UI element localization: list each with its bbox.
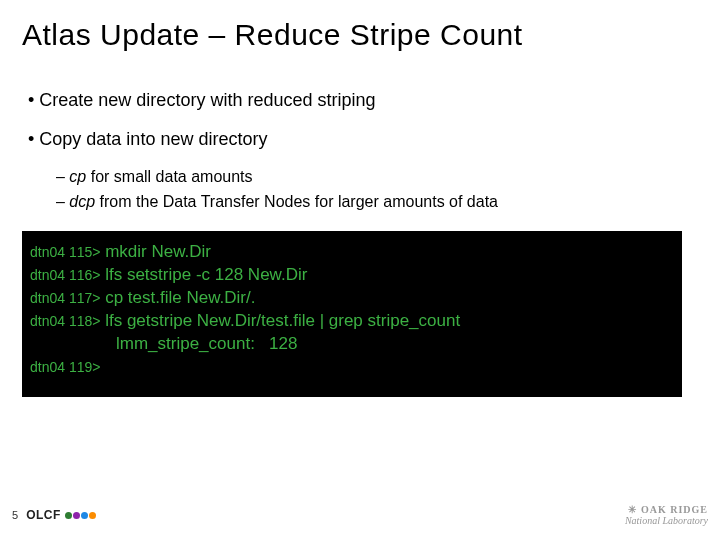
olcf-text: OLCF	[26, 508, 61, 522]
prompt-2: dtn04 116>	[30, 267, 100, 283]
cmd-2: lfs setstripe -c 128 New.Dir	[100, 265, 307, 284]
dot-icon	[65, 512, 72, 519]
bullet-2: Copy data into new directory	[28, 127, 698, 152]
terminal-line-5: dtn04 119>	[30, 356, 674, 379]
footer-left: 5 OLCF	[12, 508, 96, 522]
terminal-line-1: dtn04 115> mkdir New.Dir	[30, 241, 674, 264]
ornl-logo: OAK RIDGE National Laboratory	[625, 504, 708, 526]
sub-bullet-1-text: for small data amounts	[86, 168, 252, 185]
dot-icon	[81, 512, 88, 519]
terminal-line-4: dtn04 118> lfs getstripe New.Dir/test.fi…	[30, 310, 674, 333]
terminal-line-3: dtn04 117> cp test.file New.Dir/.	[30, 287, 674, 310]
terminal-block: dtn04 115> mkdir New.Dir dtn04 116> lfs …	[22, 231, 682, 397]
slide-footer: 5 OLCF OAK RIDGE National Laboratory	[12, 504, 708, 526]
slide-title: Atlas Update – Reduce Stripe Count	[22, 18, 698, 52]
sub-bullet-2-text: from the Data Transfer Nodes for larger …	[95, 193, 498, 210]
sub-list: cp for small data amounts dcp from the D…	[56, 166, 698, 213]
page-number: 5	[12, 509, 18, 521]
sub-bullet-1-em: cp	[69, 168, 86, 185]
dot-icon	[73, 512, 80, 519]
terminal-output: lmm_stripe_count: 128	[30, 333, 674, 356]
olcf-logo: OLCF	[26, 508, 96, 522]
bullet-1: Create new directory with reduced stripi…	[28, 88, 698, 113]
slide: Atlas Update – Reduce Stripe Count Creat…	[0, 0, 720, 540]
ornl-top: OAK RIDGE	[625, 504, 708, 515]
sub-bullet-1: cp for small data amounts	[56, 166, 698, 188]
dot-icon	[89, 512, 96, 519]
cmd-1: mkdir New.Dir	[100, 242, 211, 261]
prompt-1: dtn04 115>	[30, 244, 100, 260]
cmd-4: lfs getstripe New.Dir/test.file | grep s…	[100, 311, 460, 330]
cmd-3: cp test.file New.Dir/.	[100, 288, 255, 307]
prompt-3: dtn04 117>	[30, 290, 100, 306]
sub-bullet-2: dcp from the Data Transfer Nodes for lar…	[56, 191, 698, 213]
terminal-line-2: dtn04 116> lfs setstripe -c 128 New.Dir	[30, 264, 674, 287]
ornl-bottom: National Laboratory	[625, 515, 708, 526]
prompt-5: dtn04 119>	[30, 359, 100, 375]
sub-bullet-2-em: dcp	[69, 193, 95, 210]
prompt-4: dtn04 118>	[30, 313, 100, 329]
bullet-list: Create new directory with reduced stripi…	[28, 88, 698, 213]
